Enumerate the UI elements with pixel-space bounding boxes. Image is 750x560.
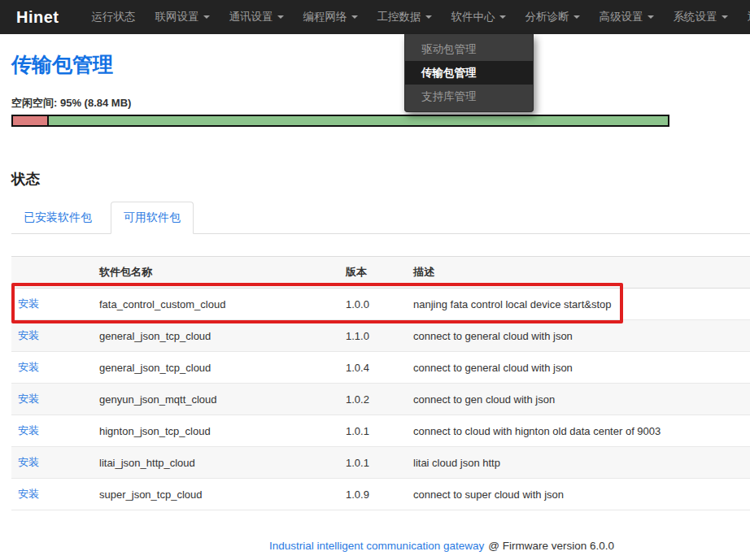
- software-center-dropdown: 驱动包管理 传输包管理 支持库管理: [404, 34, 534, 112]
- storage-usage-bar: [11, 115, 669, 127]
- storage-used-segment: [13, 116, 49, 125]
- package-table-container: 软件包名称 版本 描述 安装 fata_control_custom_cloud…: [11, 256, 750, 510]
- package-version-cell: 1.0.2: [339, 384, 407, 415]
- package-name-cell: general_json_tcp_cloud: [93, 352, 339, 384]
- tab-available-packages[interactable]: 可用软件包: [111, 202, 194, 234]
- chevron-down-icon: [351, 15, 358, 19]
- nav-item-logout[interactable]: 退出: [738, 0, 750, 34]
- nav-item-programming-network[interactable]: 编程网络: [294, 0, 368, 34]
- nav-item-comm-settings[interactable]: 通讯设置: [220, 0, 294, 34]
- package-version-cell: 1.0.0: [339, 289, 407, 320]
- table-row: 安装 fata_control_custom_cloud 1.0.0 nanji…: [11, 289, 750, 320]
- install-button[interactable]: 安装: [18, 361, 39, 373]
- package-version-cell: 1.0.1: [339, 415, 407, 447]
- package-description-cell: connect to gen cloud with json: [407, 384, 750, 415]
- table-row: 安装 super_json_tcp_cloud 1.0.9 connect to…: [11, 479, 750, 510]
- chevron-down-icon: [648, 15, 654, 19]
- package-description-cell: nanjing fata control local device start&…: [407, 289, 750, 320]
- table-row: 安装 hignton_json_tcp_cloud 1.0.1 connect …: [11, 415, 750, 447]
- nav-item-label: 联网设置: [155, 10, 199, 24]
- package-tabs: 已安装软件包 可用软件包: [11, 200, 750, 234]
- main-content: 传输包管理 空闲空间: 95% (8.84 MB) 状态 已安装软件包 可用软件…: [0, 51, 750, 552]
- install-button[interactable]: 安装: [18, 424, 39, 436]
- chevron-down-icon: [573, 15, 580, 19]
- dropdown-item-driver-package[interactable]: 驱动包管理: [405, 37, 533, 61]
- dropdown-item-support-library[interactable]: 支持库管理: [405, 85, 533, 108]
- package-version-cell: 1.0.9: [339, 479, 407, 510]
- nav-item-analysis-diagnosis[interactable]: 分析诊断: [516, 0, 590, 34]
- nav-item-software-center[interactable]: 软件中心: [442, 0, 516, 34]
- table-header-row: 软件包名称 版本 描述: [11, 257, 750, 289]
- package-name-cell: general_json_tcp_cloud: [93, 320, 339, 352]
- table-row: 安装 general_json_tcp_cloud 1.1.0 connect …: [11, 320, 750, 352]
- gateway-link[interactable]: Industrial intelligent communication gat…: [269, 540, 484, 552]
- install-button[interactable]: 安装: [18, 393, 39, 405]
- nav-item-label: 退出: [748, 10, 750, 24]
- nav-item-system-settings[interactable]: 系统设置: [664, 0, 738, 34]
- storage-free-segment: [49, 116, 668, 125]
- package-name-cell: litai_json_http_cloud: [93, 447, 339, 479]
- header-install: [11, 257, 93, 289]
- header-package-name: 软件包名称: [93, 257, 339, 289]
- free-space-label: 空闲空间: 95% (8.84 MB): [11, 96, 750, 111]
- chevron-down-icon: [203, 15, 210, 19]
- header-version: 版本: [339, 257, 407, 289]
- chevron-down-icon: [722, 15, 728, 19]
- package-name-cell: super_json_tcp_cloud: [93, 479, 339, 510]
- package-version-cell: 1.1.0: [339, 320, 407, 352]
- package-description-cell: connect to super cloud with json: [407, 479, 750, 510]
- install-button[interactable]: 安装: [18, 456, 39, 468]
- install-button[interactable]: 安装: [18, 329, 39, 341]
- brand-logo[interactable]: Hinet: [16, 8, 59, 27]
- free-space-caption: 空闲空间:: [11, 97, 57, 109]
- page-footer: Industrial intelligent communication gat…: [11, 540, 750, 552]
- nav-item-network-settings[interactable]: 联网设置: [146, 0, 220, 34]
- table-row: 安装 genyun_json_mqtt_cloud 1.0.2 connect …: [11, 384, 750, 415]
- package-version-cell: 1.0.4: [339, 352, 407, 384]
- nav-item-label: 分析诊断: [525, 10, 569, 24]
- header-description: 描述: [407, 257, 750, 289]
- nav-item-label: 高级设置: [600, 10, 643, 24]
- tab-installed-packages[interactable]: 已安装软件包: [11, 202, 104, 233]
- install-button[interactable]: 安装: [18, 488, 39, 500]
- package-version-cell: 1.0.1: [339, 447, 407, 479]
- nav-item-label: 系统设置: [674, 10, 717, 24]
- package-name-cell: genyun_json_mqtt_cloud: [93, 384, 339, 415]
- firmware-version-text: @ Firmware version 6.0.0: [488, 540, 614, 552]
- nav-item-running-status[interactable]: 运行状态: [82, 0, 146, 34]
- package-description-cell: connect to general cloud with json: [407, 352, 750, 384]
- free-space-value: 95% (8.84 MB): [60, 97, 131, 109]
- package-description-cell: connect to cloud with hignton old data c…: [407, 415, 750, 447]
- nav-item-label: 运行状态: [92, 10, 136, 24]
- page-title: 传输包管理: [11, 51, 750, 78]
- top-navbar: Hinet 运行状态 联网设置 通讯设置 编程网络 工控数据 软件中心 分析诊断…: [0, 0, 750, 34]
- nav-item-label: 工控数据: [377, 10, 421, 24]
- chevron-down-icon: [499, 15, 506, 19]
- package-description-cell: litai cloud json http: [407, 447, 750, 479]
- install-button[interactable]: 安装: [18, 297, 39, 310]
- nav-item-advanced-settings[interactable]: 高级设置: [590, 0, 664, 34]
- chevron-down-icon: [277, 15, 284, 19]
- nav-item-label: 软件中心: [451, 10, 495, 24]
- chevron-down-icon: [425, 15, 432, 19]
- nav-menu: 运行状态 联网设置 通讯设置 编程网络 工控数据 软件中心 分析诊断 高级设置 …: [82, 0, 750, 34]
- nav-item-label: 通讯设置: [229, 10, 273, 24]
- nav-item-industrial-data[interactable]: 工控数据: [368, 0, 442, 34]
- package-name-cell: hignton_json_tcp_cloud: [93, 415, 339, 447]
- dropdown-item-transfer-package[interactable]: 传输包管理: [405, 61, 533, 85]
- table-row: 安装 general_json_tcp_cloud 1.0.4 connect …: [11, 352, 750, 384]
- package-table: 软件包名称 版本 描述 安装 fata_control_custom_cloud…: [11, 256, 750, 510]
- status-heading: 状态: [11, 169, 750, 189]
- package-description-cell: connect to general cloud with json: [407, 320, 750, 352]
- table-row: 安装 litai_json_http_cloud 1.0.1 litai clo…: [11, 447, 750, 479]
- package-name-cell: fata_control_custom_cloud: [93, 289, 339, 320]
- nav-item-label: 编程网络: [303, 10, 347, 24]
